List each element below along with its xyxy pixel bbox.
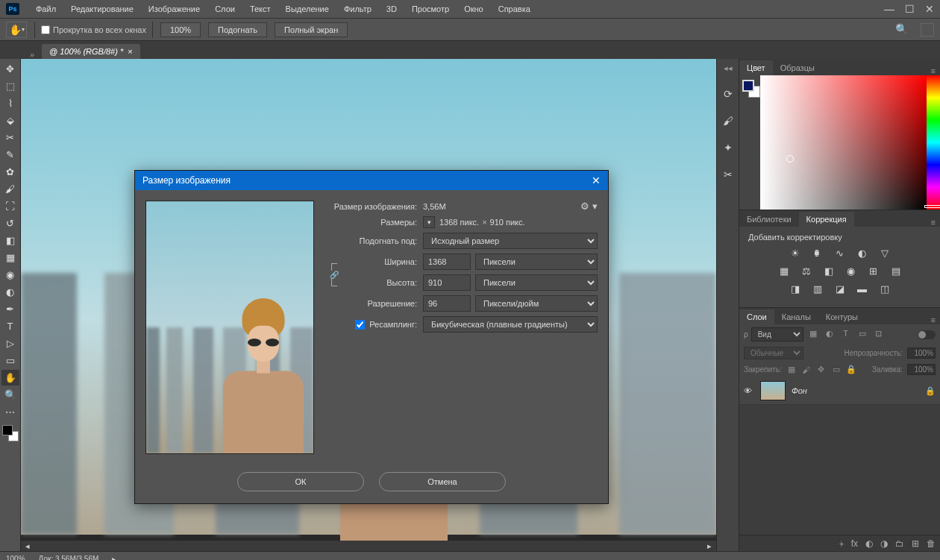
dodge-tool-icon[interactable]: ◐ (1, 284, 19, 300)
tool-presets-panel-icon[interactable]: ✂ (721, 169, 736, 182)
scroll-all-windows-input[interactable] (41, 25, 50, 34)
dialog-titlebar[interactable]: Размер изображения ✕ (135, 171, 608, 190)
layer-filter-kind-select[interactable]: Вид (751, 327, 803, 342)
new-fill-adjustment-icon[interactable]: ◑ (880, 538, 888, 549)
tab-libraries[interactable]: Библиотеки (739, 212, 799, 227)
color-balance-icon[interactable]: ⚖ (799, 265, 814, 277)
layer-lock-icon[interactable]: 🔒 (925, 386, 936, 396)
resolution-unit-select[interactable]: Пиксели/дюйм (475, 295, 598, 312)
eraser-tool-icon[interactable]: ◧ (1, 233, 19, 248)
constrain-proportions-icon[interactable]: 🔗 (330, 271, 339, 279)
curves-icon[interactable]: ∿ (833, 248, 847, 259)
black-white-icon[interactable]: ◧ (821, 265, 836, 277)
ok-button[interactable]: ОК (237, 472, 364, 491)
edit-toolbar-icon[interactable]: ⋯ (1, 404, 19, 420)
shape-tool-icon[interactable]: ▭ (1, 353, 19, 368)
posterize-icon[interactable]: ▥ (810, 283, 825, 295)
lock-transparent-icon[interactable]: ▦ (786, 365, 797, 374)
lock-artboard-icon[interactable]: ▭ (831, 365, 842, 374)
search-icon[interactable]: 🔍 (895, 23, 909, 37)
link-layers-icon[interactable]: ⍆ (839, 538, 844, 549)
filter-smart-icon[interactable]: ⊡ (872, 329, 886, 341)
dimensions-unit-toggle[interactable]: ▾ (423, 216, 435, 228)
brightness-contrast-icon[interactable]: ☀ (788, 248, 803, 259)
history-brush-tool-icon[interactable]: ↺ (1, 215, 19, 231)
color-panel-menu-icon[interactable]: ≡ (927, 66, 940, 75)
gradient-map-icon[interactable]: ▬ (855, 283, 870, 295)
zoom-tool-icon[interactable]: 🔍 (1, 387, 19, 403)
opacity-input[interactable] (907, 347, 936, 359)
window-close-icon[interactable]: ✕ (925, 3, 934, 15)
height-input[interactable] (423, 274, 471, 291)
resample-checkbox[interactable] (355, 320, 365, 330)
current-tool-indicator[interactable]: ✋▾ (6, 22, 27, 38)
color-swatches[interactable] (2, 425, 19, 441)
tab-channels[interactable]: Каналы (774, 309, 818, 324)
menu-text[interactable]: Текст (242, 4, 278, 13)
filter-text-icon[interactable]: T (839, 329, 853, 341)
fullscreen-button[interactable]: Полный экран (275, 22, 348, 37)
menu-filter[interactable]: Фильтр (336, 4, 379, 13)
layer-row[interactable]: 👁 Фон 🔒 (739, 377, 940, 405)
filter-pixel-icon[interactable]: ▦ (806, 329, 820, 341)
fit-to-select[interactable]: Исходный размер (423, 233, 598, 249)
horizontal-scrollbar[interactable]: ◂▸ (21, 541, 716, 551)
hand-tool-icon[interactable]: ✋ (1, 370, 19, 386)
layer-name-label[interactable]: Фон (792, 386, 807, 395)
new-group-icon[interactable]: 🗀 (895, 538, 904, 549)
pen-tool-icon[interactable]: ✒ (1, 301, 19, 317)
hue-saturation-icon[interactable]: ▦ (777, 265, 792, 277)
dialog-close-icon[interactable]: ✕ (592, 174, 601, 186)
adjustments-panel-menu-icon[interactable]: ≡ (927, 218, 940, 227)
hue-slider-cursor[interactable] (924, 205, 940, 208)
path-select-tool-icon[interactable]: ▷ (1, 336, 19, 351)
layer-filter-toggle[interactable] (918, 330, 936, 339)
blend-mode-select[interactable]: Обычные (744, 347, 803, 359)
menu-3d[interactable]: 3D (379, 4, 404, 13)
menu-select[interactable]: Выделение (278, 4, 336, 13)
document-tab-close-icon[interactable]: × (128, 47, 132, 56)
color-lookup-icon[interactable]: ▤ (889, 265, 903, 277)
width-input[interactable] (423, 254, 471, 270)
marquee-tool-icon[interactable]: ⬚ (1, 78, 19, 94)
menu-window[interactable]: Окно (457, 4, 491, 13)
status-zoom[interactable]: 100% (6, 555, 25, 560)
eyedropper-tool-icon[interactable]: ✎ (1, 147, 19, 163)
layer-mask-icon[interactable]: ◐ (865, 538, 873, 549)
lock-all-icon[interactable]: 🔒 (846, 365, 856, 374)
status-doc-size[interactable]: Док: 3,56M/3,56M (39, 555, 99, 560)
brush-presets-panel-icon[interactable]: ✦ (721, 142, 736, 155)
menu-view[interactable]: Просмотр (404, 4, 457, 13)
brush-tool-icon[interactable]: 🖌 (1, 181, 19, 197)
document-tab[interactable]: @ 100% (RGB/8#) * × (42, 44, 140, 59)
foreground-color-swatch[interactable] (2, 425, 13, 435)
workspace-switcher-icon[interactable] (921, 23, 934, 37)
quick-select-tool-icon[interactable]: ⬙ (1, 113, 19, 128)
status-chevron-icon[interactable]: ▸ (112, 555, 116, 560)
layer-style-icon[interactable]: fx (851, 538, 858, 549)
channel-mixer-icon[interactable]: ⊞ (866, 265, 881, 277)
stamp-tool-icon[interactable]: ⛶ (1, 198, 19, 214)
healing-tool-icon[interactable]: ✿ (1, 164, 19, 180)
resolution-input[interactable] (423, 295, 471, 312)
tab-color[interactable]: Цвет (739, 60, 773, 75)
invert-icon[interactable]: ◨ (788, 283, 803, 295)
color-field-cursor[interactable] (786, 155, 794, 163)
tab-chevron-icon[interactable]: » (22, 50, 42, 59)
exposure-icon[interactable]: ◐ (855, 248, 870, 259)
menu-help[interactable]: Справка (491, 4, 538, 13)
text-tool-icon[interactable]: T (1, 318, 19, 334)
zoom-100-button[interactable]: 100% (160, 22, 201, 37)
fit-screen-button[interactable]: Подогнать (208, 22, 267, 37)
tab-swatches[interactable]: Образцы (773, 60, 822, 75)
layer-visibility-icon[interactable]: 👁 (744, 386, 754, 395)
tab-adjustments[interactable]: Коррекция (799, 212, 854, 227)
menu-layers[interactable]: Слои (207, 4, 242, 13)
filter-adjustment-icon[interactable]: ◐ (823, 329, 836, 341)
photo-filter-icon[interactable]: ◉ (844, 265, 859, 277)
color-saturation-field[interactable] (760, 75, 927, 210)
fill-input[interactable] (907, 364, 936, 375)
window-minimize-icon[interactable]: — (884, 3, 894, 15)
lock-position-icon[interactable]: ✥ (816, 365, 827, 374)
delete-layer-icon[interactable]: 🗑 (927, 538, 936, 549)
